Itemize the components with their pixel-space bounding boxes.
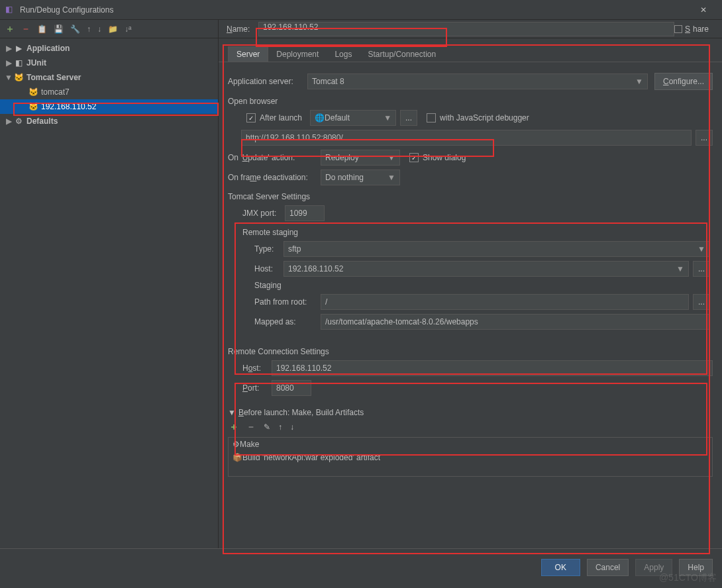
before-launch-list[interactable]: ⚙ Make 📦 Build 'networkApi:war exploded'… bbox=[228, 437, 713, 477]
remote-staging-label: Remote staging bbox=[242, 228, 710, 237]
show-dialog-label: Show dialog bbox=[423, 153, 466, 162]
appserver-label: Application server: bbox=[228, 77, 307, 86]
folder-icon[interactable]: 📁 bbox=[108, 24, 118, 34]
wrench-icon[interactable]: 🔧 bbox=[70, 24, 80, 34]
staging-host-label: Host: bbox=[254, 264, 284, 273]
config-toolbar: ＋ － 📋 💾 🔧 ↑ ↓ 📁 ↓ª bbox=[0, 20, 218, 38]
type-select[interactable]: sftp▼ bbox=[284, 241, 710, 257]
app-icon: ◧ bbox=[5, 5, 16, 15]
show-dialog-checkbox[interactable] bbox=[409, 153, 419, 162]
add-config-icon[interactable]: ＋ bbox=[5, 23, 15, 35]
close-button[interactable]: ✕ bbox=[690, 5, 717, 15]
staging-host-browse[interactable]: ... bbox=[693, 261, 710, 277]
open-browser-label: Open browser bbox=[228, 97, 713, 106]
frame-label: On frame deactivation: bbox=[228, 173, 321, 182]
type-label: Type: bbox=[254, 244, 284, 254]
staging-label: Staging bbox=[254, 281, 710, 290]
before-up-icon[interactable]: ↑ bbox=[278, 422, 282, 432]
remote-port-label: Port: bbox=[242, 383, 272, 393]
dialog-footer: OK Cancel Apply Help bbox=[0, 548, 722, 585]
tab-startup[interactable]: Startup/Connection bbox=[360, 47, 444, 62]
before-add-icon[interactable]: ＋ bbox=[229, 421, 238, 433]
cancel-button[interactable]: Cancel bbox=[587, 559, 629, 576]
up-icon[interactable]: ↑ bbox=[87, 24, 91, 34]
url-browse-button[interactable]: ... bbox=[696, 130, 713, 146]
tree-item[interactable]: ▼🐱Tomcat Server bbox=[0, 70, 218, 85]
frame-select[interactable]: Do nothing▼ bbox=[321, 170, 400, 185]
sort-icon[interactable]: ↓ª bbox=[125, 24, 131, 34]
before-remove-icon[interactable]: － bbox=[246, 421, 256, 433]
name-input[interactable]: 192.168.110.52 bbox=[258, 22, 674, 36]
title-bar: ◧ Run/Debug Configurations ✕ bbox=[0, 0, 722, 20]
mapped-label: Mapped as: bbox=[254, 317, 321, 326]
staging-host-select[interactable]: 192.168.110.52▼ bbox=[284, 261, 689, 277]
after-launch-checkbox[interactable] bbox=[246, 113, 256, 122]
tree-item[interactable]: ▶◧JUnit bbox=[0, 56, 218, 70]
remove-config-icon[interactable]: － bbox=[21, 23, 30, 35]
config-tree[interactable]: ▶▶Application▶◧JUnit▼🐱Tomcat Server🐱tomc… bbox=[0, 38, 218, 548]
tree-item[interactable]: ▶▶Application bbox=[0, 41, 218, 56]
watermark: @51CTO博客 bbox=[659, 572, 717, 584]
main-panel: Name: 192.168.110.52 Share Server Deploy… bbox=[219, 20, 722, 548]
path-browse[interactable]: ... bbox=[693, 294, 710, 310]
js-debugger-label: with JavaScript debugger bbox=[440, 113, 529, 122]
before-edit-icon[interactable]: ✎ bbox=[264, 422, 270, 432]
share-checkbox[interactable]: Share bbox=[674, 24, 714, 34]
remote-port-input[interactable]: 8080 bbox=[272, 380, 311, 396]
name-label: Name: bbox=[227, 24, 258, 34]
ok-button[interactable]: OK bbox=[541, 559, 580, 576]
tree-item[interactable]: 🐱192.168.110.52 bbox=[0, 99, 218, 114]
config-tabs: Server Deployment Logs Startup/Connectio… bbox=[219, 45, 722, 62]
list-item: ⚙ Make bbox=[229, 438, 712, 451]
list-item: 📦 Build 'networkApi:war exploded' artifa… bbox=[229, 451, 712, 464]
before-down-icon[interactable]: ↓ bbox=[290, 422, 294, 432]
jmx-label: JMX port: bbox=[242, 209, 285, 218]
tomcat-settings-label: Tomcat Server Settings bbox=[228, 192, 713, 201]
remote-host-label: Host: bbox=[242, 364, 272, 373]
tree-item[interactable]: ▶⚙Defaults bbox=[0, 114, 218, 128]
window-title: Run/Debug Configurations bbox=[20, 5, 690, 15]
path-input[interactable]: / bbox=[321, 294, 689, 310]
down-icon[interactable]: ↓ bbox=[97, 24, 101, 34]
copy-config-icon[interactable]: 📋 bbox=[37, 24, 47, 34]
tab-server[interactable]: Server bbox=[228, 46, 268, 62]
update-select[interactable]: Redeploy▼ bbox=[321, 150, 400, 166]
tab-deployment[interactable]: Deployment bbox=[268, 47, 327, 62]
appserver-select[interactable]: Tomcat 8▼ bbox=[307, 74, 648, 89]
save-config-icon[interactable]: 💾 bbox=[54, 24, 64, 34]
path-label: Path from root: bbox=[254, 297, 321, 307]
configure-button[interactable]: Configure... bbox=[654, 73, 713, 90]
url-input[interactable]: http://192.168.110.52:8080/ bbox=[241, 130, 692, 146]
after-launch-label: After launch bbox=[260, 113, 302, 122]
mapped-input[interactable]: /usr/tomcat/apache-tomcat-8.0.26/webapps bbox=[321, 314, 710, 330]
tree-item[interactable]: 🐱tomcat7 bbox=[0, 85, 218, 99]
expander-icon[interactable]: ▼ bbox=[228, 408, 236, 417]
browser-options-button[interactable]: ... bbox=[400, 110, 417, 126]
jmx-input[interactable]: 1099 bbox=[285, 205, 325, 221]
update-label: On 'Update' action: bbox=[228, 153, 321, 162]
sidebar: ＋ － 📋 💾 🔧 ↑ ↓ 📁 ↓ª ▶▶Application▶◧JUnit▼… bbox=[0, 20, 219, 548]
js-debugger-checkbox[interactable] bbox=[427, 113, 436, 122]
before-launch-label: Before launch: Make, Build Artifacts bbox=[238, 408, 364, 417]
remote-conn-label: Remote Connection Settings bbox=[228, 347, 713, 356]
tab-logs[interactable]: Logs bbox=[327, 47, 360, 62]
browser-select[interactable]: 🌐 Default▼ bbox=[310, 110, 396, 126]
remote-host-input[interactable]: 192.168.110.52 bbox=[272, 360, 713, 376]
